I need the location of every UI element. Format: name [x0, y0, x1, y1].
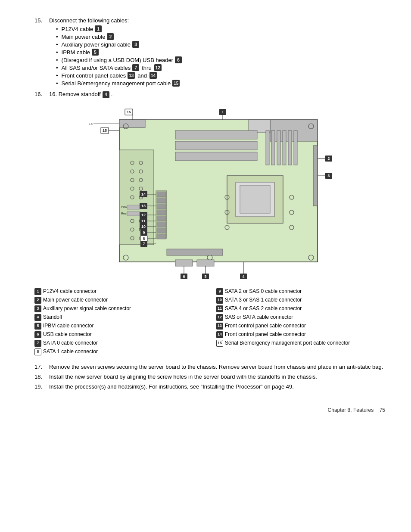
legend-item-15: 15 Serial B/emergency management port ca… — [216, 339, 385, 347]
legend-item-13: 13 Front control panel cable connector — [216, 322, 385, 330]
svg-rect-78 — [277, 131, 280, 165]
svg-text:9: 9 — [143, 230, 145, 235]
legend-badge-14: 14 — [216, 331, 223, 338]
step-16-text: 16. Remove standoff — [49, 91, 101, 97]
legend-badge-8: 8 — [34, 348, 41, 355]
cable-7-text: All SAS and/or SATA cables — [62, 65, 131, 71]
badge-1: 1 — [95, 25, 102, 32]
legend-item-10: 10 SATA 3 or SAS 1 cable connector — [216, 296, 385, 304]
cable-item-2: Main power cable 2 — [56, 33, 385, 40]
legend-badge-6: 6 — [34, 331, 41, 338]
legend-text-6: USB cable connector — [43, 331, 92, 338]
badge-5: 5 — [92, 49, 99, 56]
and-text: and — [137, 72, 147, 79]
svg-rect-37 — [157, 204, 166, 209]
legend-badge-2: 2 — [34, 297, 41, 304]
svg-text:5: 5 — [204, 274, 206, 279]
legend-item-3: 3 Auxiliary power signal cable connector — [34, 305, 203, 312]
cable-6-text: (Disregard if using a USB DOM) USB heade… — [62, 57, 173, 63]
legend-text-3: Auxiliary power signal cable connector — [43, 305, 131, 312]
step-19: 19. Install the processor(s) and heatsin… — [34, 383, 385, 390]
svg-rect-27 — [127, 212, 140, 216]
cable-item-13: Front control panel cables 13 and 14 — [56, 72, 385, 79]
step-15: 15. Disconnect the following cables: P12… — [34, 17, 385, 88]
step-16-content: 16. Remove standoff 4 . — [49, 91, 385, 98]
step-16-number: 16. — [34, 91, 47, 98]
svg-text:14: 14 — [141, 192, 146, 196]
cable-3-text: Auxiliary power signal cable — [62, 41, 131, 48]
legend-badge-4: 4 — [34, 314, 41, 321]
step-18-text: Install the new server board by aligning… — [49, 373, 317, 380]
board-diagram: 2 3 1 Power Reset — [81, 107, 339, 279]
svg-rect-3 — [313, 146, 318, 206]
svg-text:1: 1 — [221, 110, 224, 114]
step-16-period: . — [111, 91, 113, 97]
legend-item-14: 14 Front control panel cable connector — [216, 331, 385, 338]
step-19-text: Install the processor(s) and heatsink(s)… — [49, 383, 294, 390]
svg-rect-40 — [157, 222, 166, 227]
legend-text-8: SATA 1 cable connector — [43, 348, 98, 355]
badge-7: 7 — [132, 64, 139, 71]
legend-item-2: 2 Main power cable connector — [34, 296, 203, 304]
badge-2: 2 — [107, 33, 114, 40]
legend-item-6: 6 USB cable connector — [34, 331, 203, 338]
steps-bottom: 17. Remove the seven screws securing the… — [34, 364, 385, 390]
footer-chapter: Chapter 8. Features — [328, 407, 374, 413]
legend-right: 9 SATA 2 or SAS 0 cable connector 10 SAT… — [216, 288, 385, 357]
svg-rect-84 — [175, 152, 257, 161]
svg-rect-36 — [157, 198, 166, 203]
thru-text: thru — [142, 65, 151, 71]
badge-15: 15 — [172, 80, 180, 87]
svg-rect-76 — [266, 131, 269, 165]
svg-rect-82 — [175, 131, 257, 139]
legend-badge-5: 5 — [34, 323, 41, 330]
cable-1-text: P12V4 cable — [62, 26, 93, 32]
badge-standoff-4: 4 — [103, 91, 109, 98]
legend-text-13: Front control panel cable connector — [225, 322, 306, 330]
legend-item-5: 5 IPBM cable connector — [34, 322, 203, 330]
badge-12: 12 — [154, 64, 162, 71]
cable-13-text: Front control panel cables — [62, 72, 126, 79]
legend-text-5: IPBM cable connector — [43, 322, 93, 330]
step-15-content: Disconnect the following cables: P12V4 c… — [49, 17, 385, 88]
cable-list: P12V4 cable 1 Main power cable 2 Auxilia… — [56, 25, 385, 87]
legend-item-12: 12 SAS or SATA cable connector — [216, 314, 385, 321]
svg-rect-90 — [175, 260, 193, 266]
legend-badge-3: 3 — [34, 305, 41, 312]
legend-text-10: SATA 3 or SAS 1 cable connector — [225, 296, 302, 304]
legend-text-12: SAS or SATA cable connector — [225, 314, 293, 321]
svg-text:11: 11 — [141, 219, 146, 223]
cable-item-3: Auxiliary power signal cable 3 — [56, 41, 385, 48]
svg-text:13: 13 — [141, 204, 146, 208]
svg-rect-94 — [197, 260, 214, 266]
svg-rect-80 — [288, 131, 292, 165]
legend-item-8: 8 SATA 1 cable connector — [34, 348, 203, 355]
step-18: 18. Install the new server board by alig… — [34, 373, 385, 380]
legend-item-9: 9 SATA 2 or SAS 0 cable connector — [216, 288, 385, 295]
svg-rect-81 — [294, 131, 297, 165]
legend-text-9: SATA 2 or SAS 0 cable connector — [225, 288, 302, 295]
badge-13: 13 — [128, 72, 135, 79]
svg-text:4: 4 — [242, 274, 244, 279]
svg-text:15: 15 — [103, 128, 107, 133]
legend-badge-1: 1 — [34, 288, 41, 295]
step-17: 17. Remove the seven screws securing the… — [34, 364, 385, 370]
legend-text-14: Front control panel cable connector — [225, 331, 306, 338]
cable-item-5: IPBM cable 5 — [56, 49, 385, 56]
legend-badge-15: 15 — [216, 340, 223, 347]
step-19-number: 19. — [34, 383, 47, 390]
legend-item-11: 11 SATA 4 or SAS 2 cable connector — [216, 305, 385, 312]
legend-badge-12: 12 — [216, 314, 223, 321]
svg-rect-39 — [157, 216, 166, 221]
cable-5-text: IPBM cable — [62, 49, 90, 56]
legend-item-4: 4 Standoff — [34, 314, 203, 321]
cable-item-1: P12V4 cable 1 — [56, 25, 385, 32]
legend-left: 1 P12V4 cable connector 2 Main power cab… — [34, 288, 203, 357]
step-15-label: Disconnect the following cables: — [49, 17, 129, 24]
badge-3: 3 — [132, 41, 139, 48]
step-17-text: Remove the seven screws securing the ser… — [49, 364, 383, 370]
cable-item-15: Serial B/emergency management port cable… — [56, 80, 385, 87]
svg-rect-25 — [127, 205, 140, 209]
svg-text:12: 12 — [141, 213, 146, 217]
svg-rect-38 — [157, 210, 166, 215]
